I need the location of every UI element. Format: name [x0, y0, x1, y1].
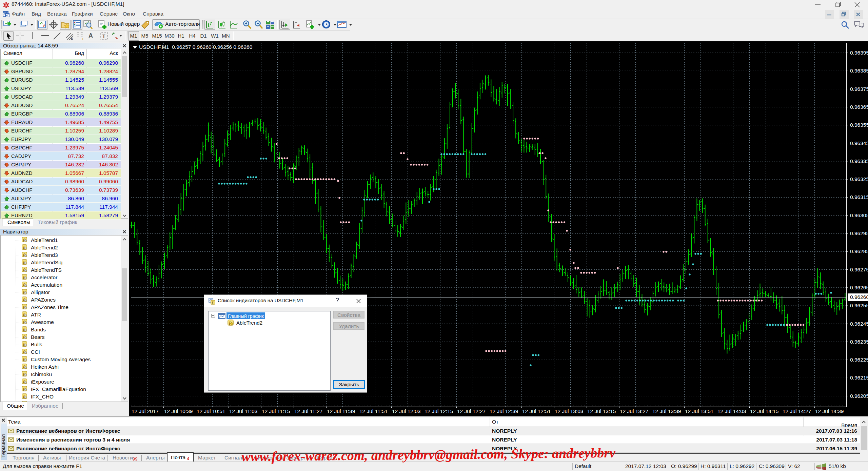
svg-text:12 Jul 12:15: 12 Jul 12:15: [425, 408, 453, 414]
svg-text:12 Jul 13:03: 12 Jul 13:03: [555, 408, 583, 414]
svg-text:12 Jul 12:27: 12 Jul 12:27: [457, 408, 486, 414]
svg-text:12 Jul 11:39: 12 Jul 11:39: [327, 408, 355, 414]
svg-text:12 Jul 2017: 12 Jul 2017: [132, 408, 159, 414]
svg-text:T: T: [102, 34, 105, 39]
svg-text:USDCHF,M1 0.96257 0.96260 0.9: USDCHF,M1 0.96257 0.96260 0.96256 0.9626…: [139, 44, 253, 50]
svg-text:0.96345: 0.96345: [850, 140, 868, 146]
svg-text:12 Jul 11:15: 12 Jul 11:15: [262, 408, 290, 414]
svg-text:0.96375: 0.96375: [850, 86, 868, 92]
svg-text:0.96285: 0.96285: [850, 248, 868, 254]
svg-text:0.96260: 0.96260: [850, 294, 868, 300]
svg-text:0.96255: 0.96255: [850, 303, 868, 308]
svg-text:12 Jul 13:39: 12 Jul 13:39: [652, 408, 681, 414]
svg-text:12 Jul 12:39: 12 Jul 12:39: [490, 408, 518, 414]
svg-text:12 Jul 11:03: 12 Jul 11:03: [229, 408, 257, 414]
svg-text:12 Jul 14:15: 12 Jul 14:15: [750, 408, 778, 414]
svg-text:0.96315: 0.96315: [850, 194, 868, 200]
svg-text:0.96305: 0.96305: [850, 212, 868, 218]
svg-text:0.96235: 0.96235: [850, 339, 868, 345]
svg-text:0.96245: 0.96245: [850, 321, 868, 327]
svg-text:12 Jul 14:03: 12 Jul 14:03: [717, 408, 746, 414]
svg-text:12 Jul 12:03: 12 Jul 12:03: [392, 408, 420, 414]
svg-text:12 Jul 14:27: 12 Jul 14:27: [783, 408, 811, 414]
svg-text:12 Jul 10:39: 12 Jul 10:39: [164, 408, 193, 414]
svg-text:12 Jul 14:39: 12 Jul 14:39: [815, 408, 844, 414]
svg-text:12 Jul 11:27: 12 Jul 11:27: [294, 408, 322, 414]
svg-text:0.96265: 0.96265: [850, 285, 868, 290]
svg-text:0.96275: 0.96275: [850, 267, 868, 272]
svg-text:0.96295: 0.96295: [850, 230, 868, 236]
svg-text:0.96395: 0.96395: [850, 50, 868, 56]
svg-text:E: E: [71, 37, 73, 40]
svg-text:12 Jul 10:51: 12 Jul 10:51: [197, 408, 225, 414]
svg-text:F: F: [82, 37, 84, 40]
svg-text:12 Jul 12:51: 12 Jul 12:51: [522, 408, 551, 414]
svg-text:0.96335: 0.96335: [850, 158, 868, 164]
svg-text:0.96225: 0.96225: [850, 357, 868, 363]
svg-text:0.96215: 0.96215: [850, 375, 868, 381]
svg-text:0.96205: 0.96205: [850, 393, 868, 399]
svg-text:12 Jul 13:27: 12 Jul 13:27: [620, 408, 648, 414]
svg-text:12 Jul 13:15: 12 Jul 13:15: [587, 408, 616, 414]
svg-text:0.96325: 0.96325: [850, 176, 868, 182]
svg-text:12 Jul 11:51: 12 Jul 11:51: [359, 408, 388, 414]
svg-text:0.96365: 0.96365: [850, 104, 868, 110]
svg-text:0.96385: 0.96385: [850, 68, 868, 74]
svg-text:12 Jul 13:51: 12 Jul 13:51: [685, 408, 713, 414]
svg-text:0.96355: 0.96355: [850, 122, 868, 128]
